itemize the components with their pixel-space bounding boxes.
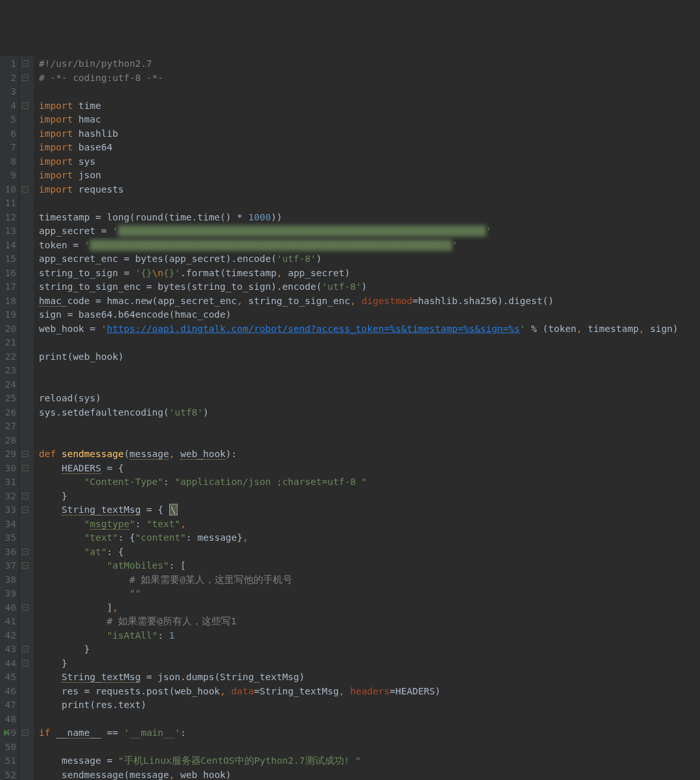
- code-line[interactable]: sign = base64.b64encode(hmac_code): [39, 308, 700, 322]
- code-line[interactable]: import hmac: [39, 113, 700, 127]
- fold-toggle-icon[interactable]: [22, 493, 29, 499]
- line-number[interactable]: 47: [3, 698, 16, 713]
- line-number[interactable]: 42: [3, 629, 16, 643]
- line-number[interactable]: 7: [3, 141, 16, 155]
- fold-toggle-icon[interactable]: [22, 75, 29, 81]
- line-number[interactable]: 45: [3, 670, 16, 685]
- code-line[interactable]: import requests: [39, 183, 700, 197]
- line-number[interactable]: 40: [3, 601, 16, 615]
- code-line[interactable]: "text": {"content": message},: [39, 531, 700, 545]
- line-number[interactable]: 25: [3, 392, 16, 406]
- line-number[interactable]: 39: [3, 587, 16, 601]
- line-number[interactable]: 41: [3, 615, 16, 629]
- code-line[interactable]: app_secret_enc = bytes(app_secret).encod…: [39, 252, 700, 266]
- line-number[interactable]: 2: [3, 71, 16, 86]
- line-number[interactable]: 21: [3, 336, 16, 350]
- code-line[interactable]: import base64: [39, 141, 700, 155]
- fold-toggle-icon[interactable]: [22, 186, 29, 193]
- line-number[interactable]: 32: [3, 490, 16, 504]
- line-number[interactable]: 20: [3, 322, 16, 337]
- line-number[interactable]: 5: [3, 113, 16, 127]
- line-number[interactable]: 18: [3, 294, 16, 309]
- line-number[interactable]: 15: [3, 252, 16, 266]
- line-number[interactable]: 11: [3, 196, 16, 211]
- code-line[interactable]: message = "手机Linux服务器CentOS中的Python2.7测试…: [39, 754, 700, 768]
- fold-column[interactable]: [19, 56, 34, 780]
- code-line[interactable]: [39, 378, 700, 392]
- line-number[interactable]: 43: [3, 643, 16, 657]
- code-line[interactable]: [39, 196, 700, 211]
- code-line[interactable]: }: [39, 490, 700, 504]
- line-number[interactable]: 51: [3, 754, 16, 768]
- code-line[interactable]: "isAtAll": 1: [39, 629, 700, 643]
- line-number[interactable]: 9: [3, 169, 16, 183]
- code-line[interactable]: string_to_sign_enc = bytes(string_to_sig…: [39, 280, 700, 294]
- code-line[interactable]: import json: [39, 169, 700, 183]
- line-number[interactable]: 46: [3, 685, 16, 699]
- fold-toggle-icon[interactable]: [22, 729, 29, 736]
- line-number[interactable]: 34: [3, 517, 16, 532]
- line-number[interactable]: 4: [3, 99, 16, 113]
- code-line[interactable]: }: [39, 657, 700, 671]
- line-number[interactable]: 3: [3, 85, 16, 99]
- code-line[interactable]: print(web_hook): [39, 350, 700, 364]
- fold-toggle-icon[interactable]: [22, 562, 29, 569]
- line-number[interactable]: 26: [3, 406, 16, 420]
- line-number[interactable]: 13: [3, 224, 16, 239]
- line-number[interactable]: 23: [3, 364, 16, 378]
- line-number[interactable]: 35: [3, 531, 16, 545]
- code-line[interactable]: "at": {: [39, 545, 700, 560]
- code-line[interactable]: def sendmessage(message, web_hook):: [39, 447, 700, 462]
- code-line[interactable]: sys.setdefaultencoding('utf8'): [39, 406, 700, 420]
- fold-toggle-icon[interactable]: [22, 465, 29, 471]
- line-number[interactable]: 44: [3, 657, 16, 671]
- line-number[interactable]: 24: [3, 378, 16, 392]
- code-line[interactable]: res = requests.post(web_hook, data=Strin…: [39, 685, 700, 699]
- run-gutter-icon[interactable]: [4, 729, 8, 736]
- line-number[interactable]: 1: [3, 57, 16, 71]
- code-line[interactable]: String_textMsg = { \: [39, 503, 700, 517]
- fold-toggle-icon[interactable]: [22, 451, 29, 457]
- code-area[interactable]: #!/usr/bin/python2.7# -*- coding:utf-8 -…: [34, 56, 700, 780]
- fold-toggle-icon[interactable]: [22, 102, 29, 109]
- code-line[interactable]: string_to_sign = '{}\n{}'.format(timesta…: [39, 266, 700, 281]
- code-line[interactable]: import sys: [39, 155, 700, 169]
- code-editor[interactable]: 1234567891011121314151617181920212223242…: [0, 56, 700, 780]
- code-line[interactable]: "msgtype": "text",: [39, 517, 700, 532]
- code-line[interactable]: ],: [39, 601, 700, 615]
- code-line[interactable]: HEADERS = {: [39, 462, 700, 476]
- code-line[interactable]: # 如果需要@某人，这里写他的手机号: [39, 573, 700, 587]
- code-line[interactable]: "atMobiles": [: [39, 559, 700, 573]
- code-line[interactable]: [39, 85, 700, 99]
- code-line[interactable]: app_secret = '██████████████████████████…: [39, 224, 700, 239]
- code-line[interactable]: [39, 420, 700, 434]
- code-line[interactable]: "Content-Type": "application/json ;chars…: [39, 475, 700, 490]
- line-number[interactable]: 30: [3, 462, 16, 476]
- line-number-gutter[interactable]: 1234567891011121314151617181920212223242…: [0, 56, 19, 780]
- code-line[interactable]: import time: [39, 99, 700, 113]
- line-number[interactable]: 28: [3, 434, 16, 448]
- fold-toggle-icon[interactable]: [22, 549, 29, 555]
- line-number[interactable]: 48: [3, 713, 16, 727]
- code-line[interactable]: # -*- coding:utf-8 -*-: [39, 71, 700, 86]
- line-number[interactable]: 36: [3, 545, 16, 560]
- code-line[interactable]: if __name__ == '__main__':: [39, 726, 700, 740]
- fold-toggle-icon[interactable]: [22, 660, 29, 667]
- code-line[interactable]: web_hook = 'https://oapi.dingtalk.com/ro…: [39, 322, 700, 337]
- code-line[interactable]: [39, 740, 700, 755]
- line-number[interactable]: 12: [3, 211, 16, 225]
- line-number[interactable]: 6: [3, 127, 16, 141]
- fold-toggle-icon[interactable]: [22, 604, 29, 611]
- fold-toggle-icon[interactable]: [22, 506, 29, 513]
- line-number[interactable]: 27: [3, 420, 16, 434]
- code-line[interactable]: timestamp = long(round(time.time() * 100…: [39, 211, 700, 225]
- code-line[interactable]: hmac_code = hmac.new(app_secret_enc, str…: [39, 294, 700, 309]
- line-number[interactable]: 8: [3, 155, 16, 169]
- line-number[interactable]: 50: [3, 740, 16, 755]
- line-number[interactable]: 16: [3, 266, 16, 281]
- line-number[interactable]: 52: [3, 768, 16, 781]
- line-number[interactable]: 17: [3, 280, 16, 294]
- code-line[interactable]: import hashlib: [39, 127, 700, 141]
- line-number[interactable]: 22: [3, 350, 16, 364]
- code-line[interactable]: String_textMsg = json.dumps(String_textM…: [39, 670, 700, 685]
